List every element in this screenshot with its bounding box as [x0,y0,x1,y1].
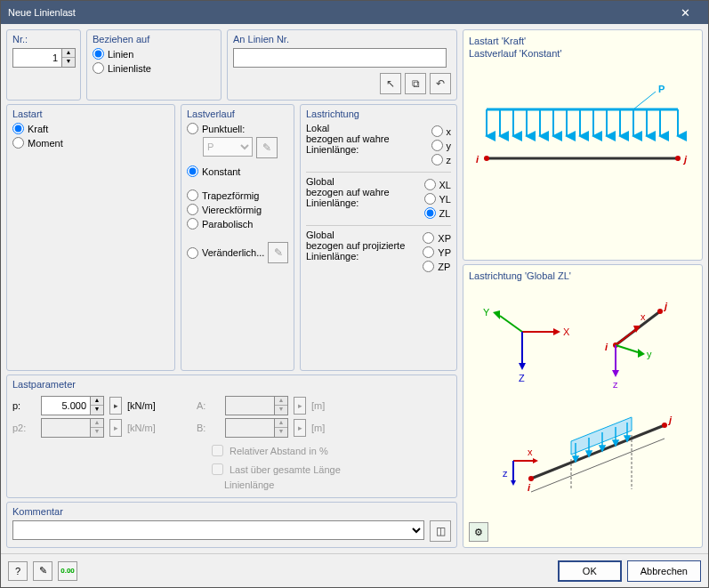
radio-xl[interactable] [424,179,436,190]
svg-text:j: j [667,415,673,425]
radio-zl[interactable] [424,207,436,219]
p-unit: [kN/m] [127,400,170,411]
svg-text:y: y [647,349,652,359]
svg-line-36 [616,345,638,352]
group-lastrichtung-title: Lastrichtung [306,109,451,119]
a-unit: [m] [311,400,354,411]
svg-line-25 [500,316,522,332]
pick-multi-icon[interactable]: ⧉ [405,73,426,94]
veraenderlich-edit-icon: ✎ [268,242,288,263]
ok-button[interactable]: OK [558,560,622,582]
anlinien-input[interactable] [233,48,447,68]
b-extra-icon: ▸ [294,419,306,437]
svg-point-41 [528,476,534,481]
svg-text:i: i [605,342,608,352]
svg-text:X: X [563,326,570,337]
svg-text:Y: Y [483,307,490,318]
edit-icon[interactable]: ✎ [33,561,52,581]
group-nr: Nr.: ▲▼ [6,29,81,101]
radio-trapez[interactable] [187,189,198,201]
svg-point-31 [657,309,663,314]
svg-text:z: z [613,379,618,390]
group-lastparameter: Lastparameter p: ▲▼ ▸ [kN/m] [6,375,457,498]
group-lastrichtung: Lastrichtung Lokal bezogen auf wahre Lin… [300,104,457,371]
preview-top-svg: P i j [469,60,696,238]
radio-x[interactable] [431,125,443,137]
a-input [225,396,275,415]
b-unit: [m] [311,423,354,433]
svg-text:Z: Z [519,373,525,383]
check-relativ-label: Relativer Abstand in % [230,446,328,456]
check-gesamt-label2: Linienlänge [224,479,274,490]
group-anlinien: An Linien Nr. ↖ ⧉ ↶ [227,29,457,101]
pick-icon[interactable]: ↖ [380,73,401,94]
svg-point-20 [675,156,681,161]
check-gesamt [212,463,223,475]
p-spinner[interactable]: ▲▼ [41,396,104,415]
footer: ? ✎ 0.00 OK Abbrechen [1,553,708,587]
radio-linienliste-label: Linienliste [108,63,151,74]
radio-viereck[interactable] [187,204,198,215]
check-relativ [212,445,223,456]
titlebar-text: Neue Linienlast [8,7,76,18]
radio-yl[interactable] [424,193,436,205]
svg-point-19 [484,156,489,161]
radio-kraft[interactable] [12,123,24,134]
preview-bottom: Lastrichtung 'Global ZL' X Y Z [463,264,703,548]
close-icon[interactable]: ✕ [669,6,701,20]
p2-label: p2: [12,423,36,433]
svg-text:z: z [503,468,508,479]
radio-xp[interactable] [423,232,434,244]
group-lastparameter-title: Lastparameter [12,379,451,390]
p-input[interactable] [41,396,91,415]
units-icon[interactable]: 0.00 [58,561,77,581]
punktuell-select: P [203,137,253,157]
group-lastart-title: Lastart [12,109,169,119]
group-anlinien-title: An Linien Nr. [233,34,451,44]
radio-punktuell[interactable] [187,123,198,134]
radio-veraenderlich-label: Veränderlich... [202,247,264,258]
nr-spin-buttons[interactable]: ▲▼ [62,48,76,68]
p-label: p: [12,400,36,411]
radio-konstant[interactable] [187,165,198,177]
group-beziehen: Beziehen auf Linien Linienliste [86,29,222,101]
preview-top-line2: Lastverlauf 'Konstant' [469,48,697,59]
titlebar: Neue Linienlast ✕ [1,1,708,24]
radio-veraenderlich[interactable] [187,247,198,259]
radio-linien-label: Linien [108,49,133,60]
radio-yp[interactable] [423,246,434,258]
preview-bottom-title: Lastrichtung 'Global ZL' [469,270,697,281]
svg-text:j: j [682,154,688,165]
preview-settings-icon[interactable]: ⚙ [469,522,488,542]
radio-linienliste[interactable] [93,62,104,74]
lokal-heading: Lokal [306,123,424,133]
radio-linien[interactable] [93,48,104,60]
b-input [225,418,275,438]
svg-line-34 [616,330,635,345]
punktuell-edit-icon: ✎ [256,137,278,158]
content-area: Nr.: ▲▼ Beziehen auf Linien Linienliste … [1,24,708,553]
preview-bottom-svg: X Y Z i j x y [469,283,696,512]
nr-spinner[interactable]: ▲▼ [12,48,76,68]
nr-input[interactable] [12,48,62,68]
svg-text:i: i [476,154,479,165]
kommentar-library-icon[interactable]: ◫ [430,520,451,542]
p2-spinner: ▲▼ [41,418,104,438]
radio-moment[interactable] [12,137,24,149]
b-label: B: [197,423,220,433]
radio-viereck-label: Viereckförmig [202,205,262,215]
p-extra-icon[interactable]: ▸ [109,397,122,415]
radio-zp[interactable] [423,261,434,272]
group-nr-title: Nr.: [12,34,75,44]
kommentar-input[interactable] [12,520,424,540]
radio-z[interactable] [431,154,443,165]
radio-y[interactable] [431,140,443,151]
group-kommentar: Kommentar ◫ [6,502,457,548]
help-icon[interactable]: ? [8,561,28,581]
b-spinner: ▲▼ [225,418,288,438]
svg-line-16 [633,92,656,109]
cancel-button[interactable]: Abbrechen [627,560,701,582]
undo-icon[interactable]: ↶ [430,73,451,94]
global2-sub: bezogen auf projizierte Linienlänge: [306,240,415,262]
radio-parabolisch[interactable] [187,218,198,230]
